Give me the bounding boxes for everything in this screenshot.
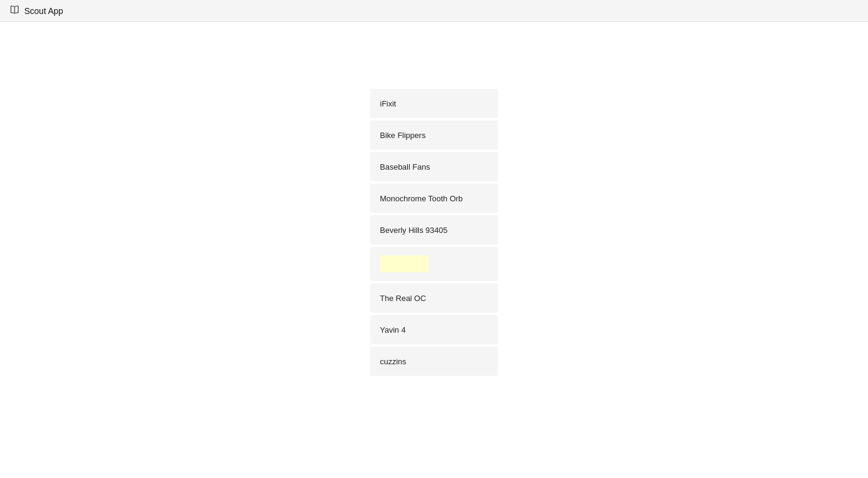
list-item-label-monochrome-tooth-orb: Monochrome Tooth Orb bbox=[380, 194, 463, 203]
list-item-beverly-hills[interactable]: Beverly Hills 93405 bbox=[370, 215, 498, 244]
list-item-label-yavin-4: Yavin 4 bbox=[380, 325, 405, 334]
list-item-label-baseball-fans: Baseball Fans bbox=[380, 162, 430, 171]
app-header: Scout App bbox=[0, 0, 868, 22]
list-item-baseball-fans[interactable]: Baseball Fans bbox=[370, 152, 498, 181]
list-container: iFixitBike FlippersBaseball FansMonochro… bbox=[370, 89, 498, 378]
list-item-monochrome-tooth-orb[interactable]: Monochrome Tooth Orb bbox=[370, 184, 498, 213]
main-content: iFixitBike FlippersBaseball FansMonochro… bbox=[0, 22, 868, 378]
list-item-label-bike-flippers: Bike Flippers bbox=[380, 131, 425, 140]
list-item-cuzzins[interactable]: cuzzins bbox=[370, 347, 498, 376]
list-item-yavin-4[interactable]: Yavin 4 bbox=[370, 315, 498, 344]
list-item-label-cuzzins: cuzzins bbox=[380, 357, 406, 366]
book-icon bbox=[10, 5, 19, 16]
list-item-the-real-oc[interactable]: The Real OC bbox=[370, 283, 498, 313]
list-item-ifix-it[interactable]: iFixit bbox=[370, 89, 498, 118]
app-title: Scout App bbox=[24, 6, 63, 16]
list-item-active-input[interactable] bbox=[370, 247, 498, 281]
list-item-label-ifix-it: iFixit bbox=[380, 99, 396, 108]
list-item-label-beverly-hills: Beverly Hills 93405 bbox=[380, 226, 447, 235]
list-item-bike-flippers[interactable]: Bike Flippers bbox=[370, 120, 498, 150]
list-item-input-active-input[interactable] bbox=[380, 255, 429, 272]
list-item-label-the-real-oc: The Real OC bbox=[380, 294, 426, 303]
